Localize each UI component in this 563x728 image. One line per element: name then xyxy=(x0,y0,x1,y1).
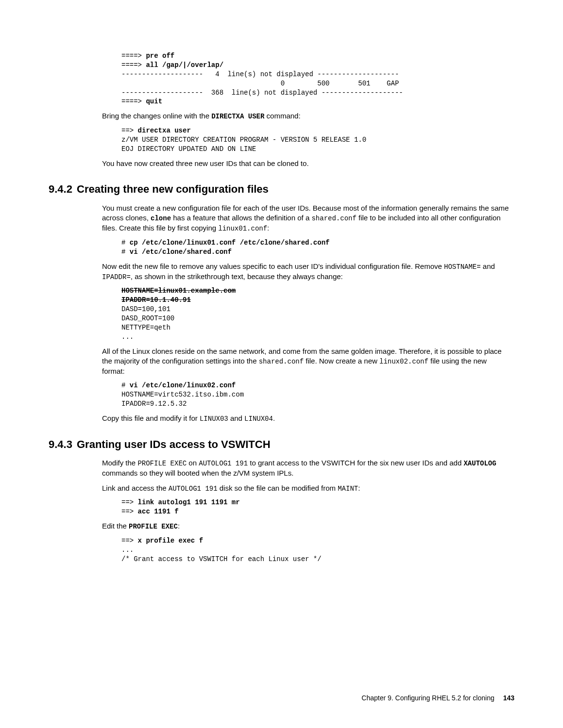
code-line: # xyxy=(121,381,130,389)
paragraph: You must create a new configuration file… xyxy=(102,203,510,233)
code-line: DASD=100,101 xyxy=(121,305,171,313)
code-bold: quit xyxy=(146,98,162,105)
code-block-directxa: ==> directxa user z/VM USER DIRECTORY CR… xyxy=(121,126,510,154)
inline-command: XAUTOLOG xyxy=(463,460,496,467)
page-footer: Chapter 9. Configuring RHEL 5.2 for clon… xyxy=(361,694,514,703)
footer-chapter: Chapter 9. Configuring RHEL 5.2 for clon… xyxy=(361,694,494,702)
body-block: Modify the PROFILE EXEC on AUTOLOG1 191 … xyxy=(102,458,510,563)
code-strike: IPADDR=10.1.40.91 xyxy=(121,296,191,304)
paragraph: Bring the changes online with the DIRECT… xyxy=(102,111,510,121)
text: Now edit the new file to remove any valu… xyxy=(102,262,444,270)
text: on xyxy=(187,459,199,467)
inline-code: LINUX04 xyxy=(244,415,273,423)
code-block-profile: ==> x profile exec f ... /* Grant access… xyxy=(121,536,510,564)
inline-filename: shared.conf xyxy=(311,215,356,222)
code-line: HOSTNAME=virtc532.itso.ibm.com xyxy=(121,391,244,398)
text: commands so they will booted when the z/… xyxy=(102,469,293,477)
inline-filename: linux02.conf xyxy=(379,358,428,365)
document-page: ====> pre off ====> all /gap/|/overlap/ … xyxy=(0,0,563,728)
code-line: z/VM USER DIRECTORY CREATION PROGRAM - V… xyxy=(121,136,366,144)
code-strike: HOSTNAME=linux01.example.com xyxy=(121,287,236,295)
code-bold: x profile exec f xyxy=(138,537,203,545)
code-block-linux02: # vi /etc/clone/linux02.conf HOSTNAME=vi… xyxy=(121,381,510,409)
text: has a feature that allows the definition… xyxy=(171,214,311,222)
code-line: /* Grant access to VSWITCH for each Linu… xyxy=(121,555,322,563)
code-block-cp: # cp /etc/clone/linux01.conf /etc/clone/… xyxy=(121,238,510,257)
text: : xyxy=(358,484,360,492)
section-title: Granting user IDs access to VSWITCH xyxy=(77,438,271,450)
code-line: DASD_ROOT=100 xyxy=(121,314,174,322)
code-line: ... xyxy=(121,333,134,341)
section-heading-943: 9.4.3Granting user IDs access to VSWITCH xyxy=(49,437,514,452)
section-number: 9.4.2 xyxy=(49,182,77,197)
code-bold: cp /etc/clone/linux01.conf /etc/clone/sh… xyxy=(130,239,330,247)
text: Link and access the xyxy=(102,484,169,492)
inline-filename: linux01.conf xyxy=(218,225,267,232)
footer-page-number: 143 xyxy=(503,694,514,702)
code-line: ... xyxy=(121,546,134,554)
inline-code: AUTOLOG1 191 xyxy=(199,460,248,467)
content-area: ====> pre off ====> all /gap/|/overlap/ … xyxy=(49,51,514,564)
text: : xyxy=(178,522,180,530)
paragraph: Link and access the AUTOLOG1 191 disk so… xyxy=(102,483,510,494)
section-heading-942: 9.4.2Creating three new configuration fi… xyxy=(49,182,514,197)
code-line: # xyxy=(121,248,130,256)
code-line: ====> xyxy=(121,52,146,60)
text: disk so the file can be modified from xyxy=(218,484,338,492)
text: file. Now create a new xyxy=(304,357,379,365)
inline-command: clone xyxy=(151,215,171,222)
code-line: -------------------- 4 line(s) not displ… xyxy=(121,70,399,78)
text: command: xyxy=(264,112,300,120)
code-line: ==> xyxy=(121,498,138,506)
body-block: You must create a new configuration file… xyxy=(102,203,510,424)
section-number: 9.4.3 xyxy=(49,437,77,452)
inline-command: DIRECTXA USER xyxy=(211,113,264,120)
code-block-link: ==> link autolog1 191 1191 mr ==> acc 11… xyxy=(121,498,510,516)
inline-code: PROFILE EXEC xyxy=(137,460,187,467)
text: , as shown in the strikethrough text, be… xyxy=(131,272,343,281)
paragraph: You have now created three new user IDs … xyxy=(102,159,510,168)
paragraph: Edit the PROFILE EXEC: xyxy=(102,521,510,531)
code-bold: directxa user xyxy=(138,127,191,134)
inline-code: AUTOLOG1 191 xyxy=(169,485,218,493)
code-line: ====> xyxy=(121,98,146,105)
inline-code: LINUX03 xyxy=(200,415,228,423)
code-line: IPADDR=9.12.5.32 xyxy=(121,400,187,408)
text: to grant access to the VSWITCH for the s… xyxy=(248,459,463,467)
text: Copy this file and modify it for xyxy=(102,414,200,422)
text: Modify the xyxy=(102,459,137,467)
text: and xyxy=(481,262,495,270)
code-line: # xyxy=(121,239,130,247)
text: and xyxy=(228,414,244,422)
code-bold: pre off xyxy=(146,52,174,60)
code-line: -------------------- 368 line(s) not dis… xyxy=(121,89,403,97)
code-line: ==> xyxy=(121,127,138,134)
text: Bring the changes online with the xyxy=(102,112,211,120)
code-line: NETTYPE=qeth xyxy=(121,324,171,331)
code-line: ==> xyxy=(121,508,138,515)
text: Edit the xyxy=(102,522,129,530)
inline-code: HOSTNAME= xyxy=(444,263,481,271)
inline-command: PROFILE EXEC xyxy=(129,523,178,530)
text: You have now created three new user IDs … xyxy=(102,159,309,167)
code-bold: all /gap/|/overlap/ xyxy=(146,61,223,69)
code-bold: vi /etc/clone/linux02.conf xyxy=(130,381,236,389)
text: : xyxy=(267,224,269,232)
inline-filename: shared.conf xyxy=(259,358,304,365)
text: . xyxy=(273,414,275,422)
code-block-top: ====> pre off ====> all /gap/|/overlap/ … xyxy=(121,51,510,106)
code-bold: vi /etc/clone/shared.conf xyxy=(130,248,232,256)
paragraph: Copy this file and modify it for LINUX03… xyxy=(102,414,510,424)
code-line: ====> xyxy=(121,61,146,69)
paragraph: Now edit the new file to remove any valu… xyxy=(102,262,510,282)
code-bold: link autolog1 191 1191 mr xyxy=(138,498,240,506)
code-line: ==> xyxy=(121,537,138,545)
paragraph: All of the Linux clones reside on the sa… xyxy=(102,347,510,376)
body-block: ====> pre off ====> all /gap/|/overlap/ … xyxy=(102,51,510,168)
code-line: 0 500 501 GAP xyxy=(121,80,399,87)
code-block-shared: HOSTNAME=linux01.example.com IPADDR=10.1… xyxy=(121,286,510,341)
code-line: EOJ DIRECTORY UPDATED AND ON LINE xyxy=(121,145,256,153)
code-bold: acc 1191 f xyxy=(138,508,179,515)
inline-code: IPADDR= xyxy=(102,273,131,281)
inline-code: MAINT xyxy=(338,485,358,493)
